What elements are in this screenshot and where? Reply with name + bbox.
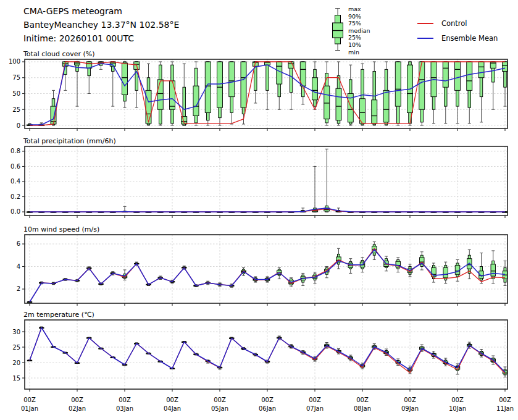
box-25-75 (372, 100, 377, 124)
x-tick-day-label: 07Jan (306, 405, 324, 412)
panel-title: Total precipitation (mm/6h) (23, 137, 116, 145)
y-tick-label: 2 (17, 285, 20, 292)
box-25-75 (395, 62, 401, 106)
ensemble-mean-line (30, 328, 505, 372)
box-25-75 (443, 267, 448, 277)
x-tick-hour-label: 00Z (23, 397, 36, 403)
x-tick-hour-label: 00Z (404, 397, 416, 403)
box-25-75 (336, 88, 341, 120)
x-tick-day-label: 09Jan (401, 405, 419, 412)
box-25-75 (241, 62, 246, 107)
panel-title: 2m temperature (℃) (23, 311, 94, 319)
box-25-75 (146, 90, 151, 124)
y-tick-label: 25 (12, 344, 20, 351)
x-tick-hour-label: 00Z (71, 397, 83, 403)
y-tick-label: 0.4 (10, 178, 20, 185)
y-tick-label: 4 (17, 263, 20, 270)
x-tick-day-label: 11Jan (496, 405, 514, 412)
box-25-75 (229, 62, 235, 97)
box-25-75 (193, 86, 199, 116)
x-tick-hour-label: 00Z (166, 397, 178, 403)
box-25-75 (170, 81, 175, 109)
box-25-75 (122, 63, 128, 95)
box-25-75 (443, 62, 448, 87)
panel-title: Total cloud cover (%) (23, 50, 95, 58)
box-25-75 (217, 62, 223, 107)
box-10-90 (266, 62, 269, 90)
x-tick-day-label: 01Jan (21, 405, 38, 412)
y-tick-label: 30 (12, 329, 20, 335)
x-tick-hour-label: 00Z (309, 397, 321, 403)
meteogram-figure: CMA-GEPS meteogram BanteyMeanchey 13.37°… (0, 0, 518, 420)
x-tick-day-label: 05Jan (211, 405, 228, 412)
box-25-75 (467, 62, 472, 90)
box-25-75 (324, 86, 330, 119)
meteogram-chart: 0255075100Total cloud cover (%)0.00.20.4… (0, 0, 518, 420)
box-25-75 (360, 99, 366, 124)
box-25-75 (503, 62, 508, 71)
x-tick-day-label: 02Jan (69, 405, 86, 412)
panel-title: 10m wind speed (m/s) (23, 225, 99, 233)
y-tick-label: 100 (9, 58, 20, 65)
y-tick-label: 25 (12, 106, 20, 113)
x-tick-hour-label: 00Z (356, 397, 369, 403)
box-25-75 (288, 62, 294, 68)
x-tick-day-label: 04Jan (164, 405, 181, 412)
x-tick-hour-label: 00Z (499, 397, 511, 403)
y-tick-label: 0.6 (10, 163, 20, 170)
box-25-75 (312, 78, 318, 100)
box-25-75 (491, 264, 496, 276)
y-tick-label: 0.0 (10, 208, 20, 215)
box-25-75 (455, 62, 461, 90)
x-tick-day-label: 06Jan (259, 405, 276, 412)
x-tick-day-label: 03Jan (116, 405, 133, 412)
y-tick-label: 0 (17, 122, 20, 129)
box-25-75 (419, 62, 425, 109)
box-25-75 (478, 62, 484, 78)
x-tick-day-label: 08Jan (354, 405, 371, 412)
box-25-75 (383, 90, 389, 122)
y-tick-label: 0.2 (10, 193, 20, 200)
y-tick-label: 50 (12, 90, 20, 97)
x-tick-day-label: 10Jan (449, 405, 466, 412)
x-tick-hour-label: 00Z (214, 397, 226, 403)
x-tick-hour-label: 00Z (119, 397, 131, 403)
box-25-75 (277, 62, 282, 84)
x-tick-hour-label: 00Z (261, 397, 274, 403)
y-tick-label: 0.8 (10, 148, 20, 154)
panel-frame (25, 146, 508, 216)
x-tick-hour-label: 00Z (451, 397, 464, 403)
box-25-75 (157, 80, 163, 109)
y-tick-label: 6 (17, 240, 20, 247)
y-tick-label: 20 (12, 359, 20, 366)
y-tick-label: 75 (12, 74, 20, 81)
y-tick-label: 15 (12, 375, 20, 382)
